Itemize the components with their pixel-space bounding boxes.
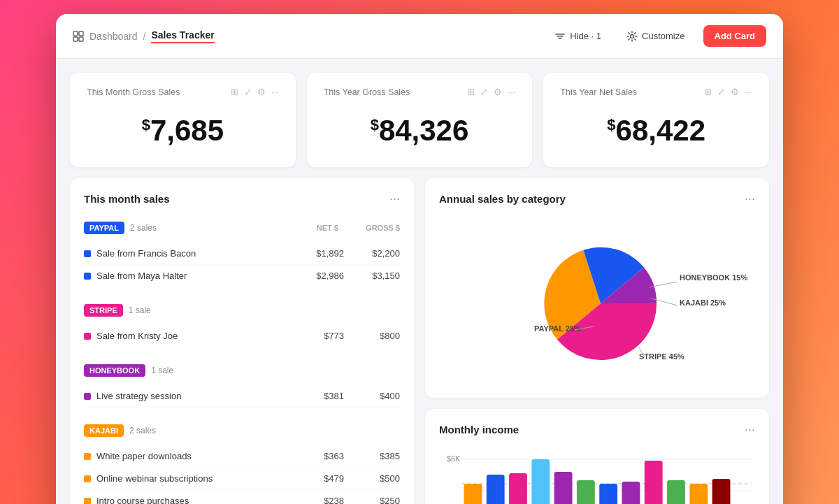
kpi-title-text-1: This Year Gross Sales [324, 87, 410, 97]
sale-dot-2-0 [84, 393, 91, 400]
sale-name-0-1: Sale from Maya Halter [84, 271, 288, 281]
pie-label-stripe: STRIPE 45% [639, 352, 684, 361]
breadcrumb: Dashboard / Sales Tracker [73, 29, 215, 43]
kpi-card-2: This Year Net Sales ⊞ ⤢ ⚙ ··· $68,422 [543, 73, 769, 167]
sales-list: PAYPAL 2 sales NET $ GROSS $ Sale from F… [84, 216, 400, 504]
bar-8 [622, 482, 640, 504]
kpi-title-actions-0: ⊞ ⤢ ⚙ ··· [231, 87, 279, 97]
pie-card-header: Annual sales by category ··· [439, 192, 755, 205]
add-card-button[interactable]: Add Card [703, 25, 767, 47]
expand-icon-2[interactable]: ⤢ [717, 87, 725, 97]
sale-gross-2-0: $400 [344, 391, 400, 401]
filter-icon-2[interactable]: ⊞ [704, 87, 712, 97]
main-row: This month sales ··· PAYPAL 2 sales NET … [70, 178, 769, 504]
sale-row-0-1: Sale from Maya Halter $2,986 $3,150 [84, 265, 400, 287]
sales-more-button[interactable]: ··· [389, 192, 400, 205]
sale-net-2-0: $381 [288, 391, 344, 401]
hide-label: Hide · 1 [570, 31, 601, 41]
bar-chart-container: $6K $3K [439, 447, 755, 504]
more-icon-2[interactable]: ··· [745, 87, 752, 97]
sale-row-1-0: Sale from Kristy Joe $773 $800 [84, 325, 400, 347]
breadcrumb-current: Sales Tracker [151, 29, 214, 43]
sale-row-3-2: Intro course purchases $238 $250 [84, 490, 400, 504]
sale-row-2-0: Live strategy session $381 $400 [84, 385, 400, 408]
pie-more-button[interactable]: ··· [745, 192, 755, 205]
category-badge-kajabi: KAJABI [84, 424, 124, 437]
kpi-currency-2: $ [607, 116, 615, 134]
bar-card-title: Monthly income [439, 424, 519, 435]
category-count-paypal: 2 sales [130, 223, 157, 233]
kpi-currency-0: $ [142, 116, 150, 134]
bar-5 [554, 472, 573, 504]
category-count-honeybook: 1 sale [151, 366, 173, 375]
sales-card: This month sales ··· PAYPAL 2 sales NET … [70, 178, 414, 504]
kpi-value-1: $84,326 [324, 108, 516, 153]
bar-more-button[interactable]: ··· [745, 423, 755, 435]
bar-3 [509, 473, 527, 504]
bar-12 [712, 479, 731, 504]
svg-rect-1 [79, 31, 83, 36]
category-count-stripe: 1 sale [129, 305, 151, 315]
category-badge-honeybook: HONEYBOOK [84, 364, 145, 377]
filter-icon-0[interactable]: ⊞ [231, 87, 238, 97]
sale-gross-3-0: $385 [344, 451, 400, 461]
bar-11 [689, 484, 708, 504]
svg-rect-3 [79, 37, 83, 41]
more-icon-0[interactable]: ··· [271, 87, 279, 97]
svg-rect-0 [73, 31, 78, 36]
filter-icon-1[interactable]: ⊞ [467, 87, 475, 97]
expand-icon-1[interactable]: ⤢ [480, 87, 488, 97]
sale-gross-3-1: $500 [344, 473, 400, 484]
bar-chart-card: Monthly income ··· $6K [425, 409, 769, 504]
sale-name-text-3-2: Intro course purchases [96, 496, 189, 504]
svg-point-4 [631, 34, 634, 38]
kpi-title-2: This Year Net Sales ⊞ ⤢ ⚙ ··· [560, 87, 752, 97]
sale-net-1-0: $773 [288, 331, 344, 341]
content: This Month Gross Sales ⊞ ⤢ ⚙ ··· $7,685 … [56, 59, 783, 504]
bar-2 [487, 475, 505, 504]
breadcrumb-separator: / [143, 31, 146, 42]
kpi-title-actions-2: ⊞ ⤢ ⚙ ··· [704, 87, 752, 97]
kpi-title-text-2: This Year Net Sales [560, 87, 637, 97]
sale-name-3-2: Intro course purchases [84, 496, 288, 504]
pie-container: HONEYBOOK 15% KAJABI 25% PAYPAL 25% STRI… [439, 216, 755, 384]
sale-dot-3-2 [84, 498, 91, 505]
sale-name-0-0: Sale from Francis Bacon [84, 248, 288, 259]
sale-gross-0-1: $3,150 [344, 271, 400, 281]
bar-chart-svg: $6K $3K [439, 452, 755, 504]
y-label-6k: $6K [447, 455, 460, 463]
hide-button[interactable]: Hide · 1 [547, 27, 608, 46]
category-header-honeybook: HONEYBOOK 1 sale [84, 359, 400, 380]
category-header-stripe: STRIPE 1 sale [84, 298, 400, 319]
sale-net-3-1: $479 [288, 473, 344, 484]
customize-button[interactable]: Customize [619, 27, 691, 46]
col-net-header: NET $ [282, 224, 338, 232]
kpi-row: This Month Gross Sales ⊞ ⤢ ⚙ ··· $7,685 … [70, 73, 769, 167]
more-icon-1[interactable]: ··· [508, 87, 515, 97]
expand-icon-0[interactable]: ⤢ [244, 87, 252, 97]
sale-name-3-0: White paper downloads [84, 451, 288, 461]
gear-icon [626, 31, 638, 42]
sale-dot-3-1 [84, 475, 91, 482]
settings-icon-2[interactable]: ⚙ [731, 87, 739, 97]
sale-name-text-3-0: White paper downloads [96, 451, 192, 461]
kpi-title-0: This Month Gross Sales ⊞ ⤢ ⚙ ··· [87, 87, 279, 97]
svg-rect-2 [73, 37, 78, 41]
sale-name-text-3-1: Online webinar subscriptions [96, 473, 213, 484]
pie-chart-svg: HONEYBOOK 15% KAJABI 25% PAYPAL 25% STRI… [471, 223, 723, 377]
sale-net-0-0: $1,892 [288, 248, 344, 259]
bar-4 [531, 459, 550, 504]
sale-net-0-1: $2,986 [288, 271, 344, 281]
sale-name-3-1: Online webinar subscriptions [84, 473, 288, 484]
kpi-card-1: This Year Gross Sales ⊞ ⤢ ⚙ ··· $84,326 [307, 73, 533, 167]
kpi-card-0: This Month Gross Sales ⊞ ⤢ ⚙ ··· $7,685 [70, 73, 296, 167]
bar-card-header: Monthly income ··· [439, 423, 755, 435]
sales-card-title: This month sales [84, 193, 170, 205]
settings-icon-0[interactable]: ⚙ [257, 87, 266, 97]
dashboard-container: Dashboard / Sales Tracker Hide · 1 Custo… [56, 14, 783, 504]
bar-9 [645, 461, 663, 504]
customize-label: Customize [642, 31, 684, 41]
category-header-kajabi: KAJABI 2 sales [84, 419, 400, 440]
settings-icon-1[interactable]: ⚙ [494, 87, 502, 97]
category-group-kajabi: KAJABI 2 sales White paper downloads $36… [84, 419, 400, 504]
